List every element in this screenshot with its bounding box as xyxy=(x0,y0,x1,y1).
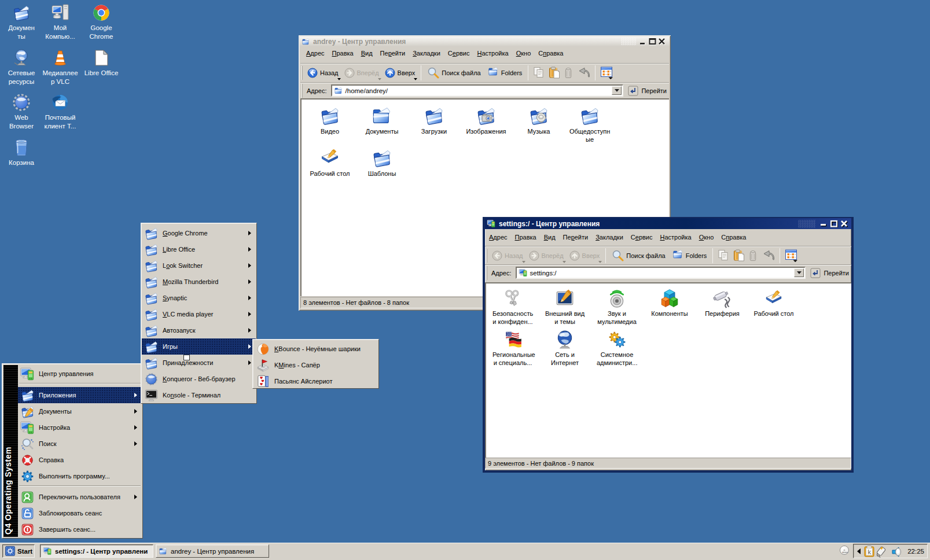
svg-text:demo: demo xyxy=(842,551,848,554)
svg-text:k: k xyxy=(868,548,872,555)
